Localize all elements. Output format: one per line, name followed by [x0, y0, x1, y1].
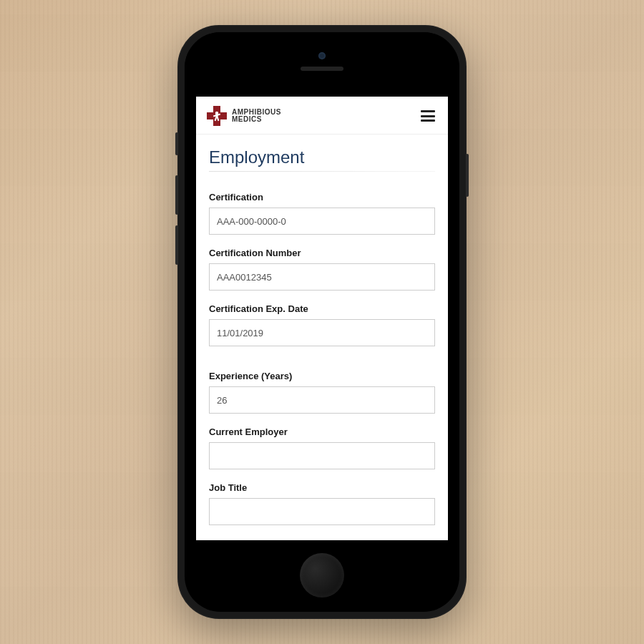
phone-frame: AMPHIBIOUS MEDICS Employment Certificati… — [177, 25, 467, 619]
certification-exp-date-label: Certification Exp. Date — [209, 303, 435, 314]
job-title-label: Job Title — [209, 482, 435, 493]
phone-speaker — [301, 67, 343, 71]
phone-side-button — [466, 154, 469, 197]
field-job-title: Job Title — [209, 482, 435, 525]
logo-text: AMPHIBIOUS MEDICS — [232, 109, 281, 123]
logo[interactable]: AMPHIBIOUS MEDICS — [206, 105, 281, 127]
app-header: AMPHIBIOUS MEDICS — [196, 97, 448, 135]
experience-years-input[interactable] — [209, 386, 435, 414]
job-title-input[interactable] — [209, 498, 435, 525]
phone-camera — [318, 52, 326, 59]
certification-label: Certification — [209, 192, 435, 203]
field-certification: Certification — [209, 192, 435, 235]
experience-years-label: Experience (Years) — [209, 371, 435, 381]
hamburger-menu-icon[interactable] — [421, 110, 435, 122]
field-current-employer: Current Employer — [209, 426, 435, 469]
certification-exp-date-input[interactable] — [209, 319, 435, 346]
phone-home-button[interactable] — [300, 553, 344, 597]
phone-side-button — [175, 225, 178, 265]
field-certification-exp-date: Certification Exp. Date — [209, 303, 435, 346]
field-experience-years: Experience (Years) — [209, 371, 435, 414]
current-employer-label: Current Employer — [209, 426, 435, 437]
phone-side-button — [175, 175, 178, 215]
page-title: Employment — [209, 147, 435, 172]
certification-number-label: Certification Number — [209, 248, 435, 258]
current-employer-input[interactable] — [209, 442, 435, 469]
app-screen: AMPHIBIOUS MEDICS Employment Certificati… — [196, 97, 448, 540]
logo-cross-icon — [206, 105, 228, 127]
page-content: Employment Certification Certification N… — [196, 135, 448, 540]
phone-inner: AMPHIBIOUS MEDICS Employment Certificati… — [185, 32, 459, 612]
phone-side-button — [175, 132, 178, 155]
certification-number-input[interactable] — [209, 263, 435, 291]
field-certification-number: Certification Number — [209, 248, 435, 291]
phone-top-bezel — [185, 32, 459, 97]
logo-line2: MEDICS — [232, 116, 281, 123]
certification-input[interactable] — [209, 208, 435, 235]
